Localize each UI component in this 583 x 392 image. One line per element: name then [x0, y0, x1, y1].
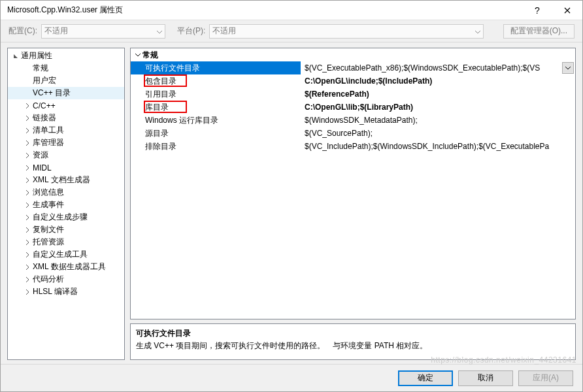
grid-row[interactable]: 库目录C:\OpenGL\lib;$(LibraryPath) — [131, 101, 575, 114]
caret-right-icon — [24, 153, 31, 158]
tree-item[interactable]: 用户宏 — [8, 74, 124, 87]
config-value: 不适用 — [44, 25, 68, 37]
tree-item[interactable]: 自定义生成步骤 — [8, 211, 124, 223]
tree-item[interactable]: VC++ 目录 — [8, 87, 124, 99]
grid-section-header[interactable]: 常规 — [131, 48, 575, 61]
property-pages-window: Microsoft.Cpp.Win32.user 属性页 ? 配置(C): 不适… — [0, 0, 583, 392]
property-grid: 常规 可执行文件目录$(VC_ExecutablePath_x86);$(Win… — [130, 48, 576, 319]
tree-item-label: 资源 — [33, 150, 48, 161]
platform-value: 不适用 — [212, 25, 236, 37]
tree-item[interactable]: MIDL — [8, 161, 124, 174]
grid-row[interactable]: Windows 运行库目录$(WindowsSDK_MetadataPath); — [131, 114, 575, 127]
tree-item[interactable]: 库管理器 — [8, 137, 124, 149]
tree-item-label: 代码分析 — [33, 274, 64, 285]
grid-cell-value[interactable]: $(VC_ExecutablePath_x86);$(WindowsSDK_Ex… — [301, 61, 575, 74]
grid-cell-value[interactable]: C:\OpenGL\lib;$(LibraryPath) — [301, 101, 575, 114]
caret-right-icon — [24, 190, 31, 195]
dropdown-button[interactable] — [562, 62, 574, 74]
tree-item[interactable]: 自定义生成工具 — [8, 248, 124, 261]
tree-item[interactable]: 常规 — [8, 62, 124, 74]
tree-item[interactable]: 复制文件 — [8, 223, 124, 236]
tree-item-label: 托管资源 — [33, 237, 64, 248]
grid-body: 常规 可执行文件目录$(VC_ExecutablePath_x86);$(Win… — [131, 48, 575, 319]
caret-right-icon — [24, 140, 31, 146]
grid-cell-name[interactable]: 包含目录 — [131, 74, 301, 88]
close-icon — [564, 7, 571, 14]
tree-item[interactable]: 托管资源 — [8, 236, 124, 248]
close-button[interactable] — [552, 1, 582, 20]
grid-row[interactable]: 引用目录$(ReferencePath) — [131, 88, 575, 101]
caret-right-icon — [24, 277, 31, 282]
config-bar: 配置(C): 不适用 平台(P): 不适用 配置管理器(O)... — [1, 20, 582, 42]
caret-down-icon — [12, 54, 20, 59]
tree-item[interactable]: 清单工具 — [8, 124, 124, 137]
config-label: 配置(C): — [8, 25, 37, 37]
caret-right-icon — [24, 265, 31, 270]
tree-item-label: VC++ 目录 — [33, 88, 71, 99]
tree-item-label: C/C++ — [33, 101, 56, 110]
tree-item-label: 生成事件 — [33, 199, 64, 210]
tree-item[interactable]: 浏览信息 — [8, 186, 124, 199]
tree-item[interactable]: XML 文档生成器 — [8, 174, 124, 186]
caret-right-icon — [24, 128, 31, 133]
description-body: 生成 VC++ 项目期间，搜索可执行文件时使用的路径。 与环境变量 PATH 相… — [136, 340, 570, 351]
tree-item[interactable]: 链接器 — [8, 112, 124, 124]
grid-cell-name[interactable]: 库目录 — [131, 101, 301, 114]
content-area: 通用属性 常规用户宏VC++ 目录C/C++链接器清单工具库管理器资源MIDLX… — [1, 42, 582, 364]
caret-right-icon — [24, 165, 31, 171]
platform-label: 平台(P): — [177, 25, 205, 37]
titlebar: Microsoft.Cpp.Win32.user 属性页 ? — [1, 1, 582, 20]
grid-cell-value[interactable]: C:\OpenGL\include;$(IncludePath) — [301, 74, 575, 88]
grid-cell-name[interactable]: Windows 运行库目录 — [131, 114, 301, 127]
caret-right-icon — [24, 227, 31, 233]
tree-item-label: 复制文件 — [33, 224, 64, 235]
caret-right-icon — [24, 178, 31, 183]
tree-item[interactable]: C/C++ — [8, 99, 124, 112]
tree-item[interactable]: 生成事件 — [8, 199, 124, 211]
platform-select[interactable]: 不适用 — [209, 24, 484, 39]
apply-button[interactable]: 应用(A) — [518, 370, 573, 386]
tree-item-label: 用户宏 — [33, 75, 56, 86]
grid-cell-value[interactable]: $(VC_SourcePath); — [301, 127, 575, 140]
description-title: 可执行文件目录 — [136, 328, 570, 339]
grid-row[interactable]: 可执行文件目录$(VC_ExecutablePath_x86);$(Window… — [131, 61, 575, 74]
tree-item-label: 自定义生成步骤 — [33, 212, 88, 223]
tree-item-label: MIDL — [33, 163, 52, 172]
grid-cell-value[interactable]: $(VC_IncludePath);$(WindowsSDK_IncludePa… — [301, 140, 575, 153]
tree-item-label: XML 数据生成器工具 — [33, 261, 106, 272]
config-manager-button[interactable]: 配置管理器(O)... — [503, 24, 575, 39]
caret-right-icon — [24, 103, 31, 108]
grid-row[interactable]: 源目录$(VC_SourcePath); — [131, 127, 575, 140]
tree-item-label: 常规 — [33, 63, 48, 74]
config-select[interactable]: 不适用 — [41, 24, 165, 39]
grid-row[interactable]: 包含目录C:\OpenGL\include;$(IncludePath) — [131, 74, 575, 88]
tree-item[interactable]: HLSL 编译器 — [8, 286, 124, 298]
chevron-down-icon — [475, 27, 480, 36]
grid-cell-name[interactable]: 可执行文件目录 — [131, 61, 301, 74]
help-button[interactable]: ? — [522, 1, 552, 20]
grid-row[interactable]: 排除目录$(VC_IncludePath);$(WindowsSDK_Inclu… — [131, 140, 575, 153]
cancel-button[interactable]: 取消 — [458, 370, 513, 386]
grid-cell-name[interactable]: 排除目录 — [131, 140, 301, 153]
tree-root[interactable]: 通用属性 — [8, 50, 124, 62]
tree-item-label: XML 文档生成器 — [33, 174, 90, 186]
grid-cell-value[interactable]: $(ReferencePath) — [301, 88, 575, 101]
tree-item[interactable]: 代码分析 — [8, 273, 124, 286]
caret-right-icon — [24, 116, 31, 121]
chevron-down-icon — [565, 67, 571, 70]
caret-down-icon — [133, 54, 142, 57]
tree-item-label: 链接器 — [33, 112, 56, 123]
caret-right-icon — [24, 289, 31, 295]
tree-item[interactable]: 资源 — [8, 149, 124, 161]
tree-item-label: 浏览信息 — [33, 187, 64, 198]
caret-right-icon — [24, 203, 31, 208]
grid-cell-value[interactable]: $(WindowsSDK_MetadataPath); — [301, 114, 575, 127]
tree-item[interactable]: XML 数据生成器工具 — [8, 261, 124, 273]
sidebar-tree[interactable]: 通用属性 常规用户宏VC++ 目录C/C++链接器清单工具库管理器资源MIDLX… — [7, 48, 125, 360]
caret-right-icon — [24, 252, 31, 257]
grid-cell-name[interactable]: 源目录 — [131, 127, 301, 140]
ok-button[interactable]: 确定 — [398, 370, 453, 386]
grid-cell-name[interactable]: 引用目录 — [131, 88, 301, 101]
tree-item-label: HLSL 编译器 — [33, 286, 78, 297]
caret-right-icon — [24, 215, 31, 220]
